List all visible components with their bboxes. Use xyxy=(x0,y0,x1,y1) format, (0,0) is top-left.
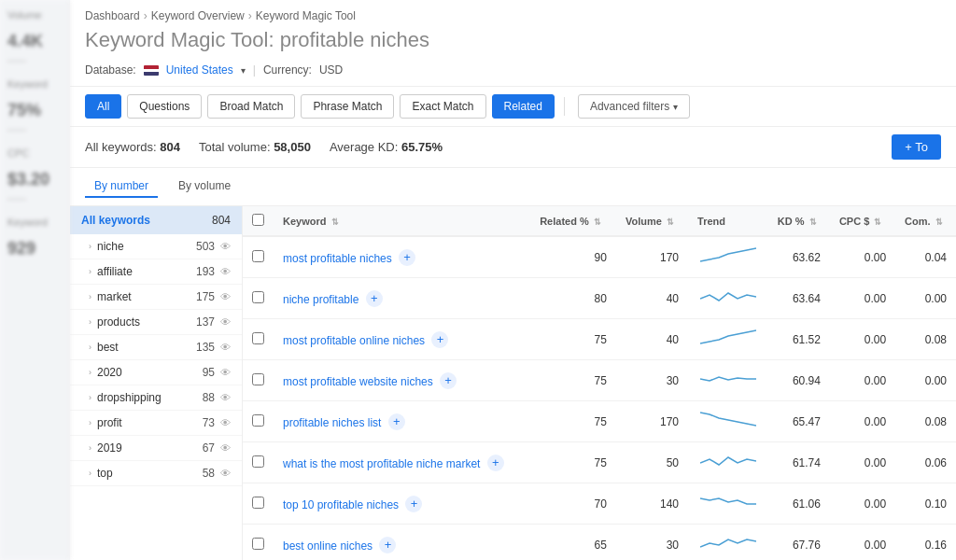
sidebar-results-label: Keyword xyxy=(7,217,62,228)
to-button[interactable]: + To xyxy=(892,134,941,160)
breadcrumb-dashboard[interactable]: Dashboard xyxy=(85,9,140,22)
filter-all[interactable]: All xyxy=(85,94,121,119)
th-kd[interactable]: KD % ⇅ xyxy=(768,206,830,236)
eye-icon[interactable]: 👁 xyxy=(220,417,231,428)
keyword-sidebar-item[interactable]: › 2020 95 👁 xyxy=(70,360,242,385)
keyword-cell: niche profitable + xyxy=(274,278,530,319)
row-checkbox[interactable] xyxy=(252,414,264,427)
all-keywords-row[interactable]: All keywords 804 xyxy=(70,206,242,234)
keyword-link[interactable]: best online niches xyxy=(283,539,373,552)
keyword-sidebar-item[interactable]: › top 58 👁 xyxy=(70,461,242,486)
keyword-sidebar-item[interactable]: › market 175 👁 xyxy=(70,285,242,310)
keyword-link[interactable]: niche profitable xyxy=(283,292,358,305)
eye-icon[interactable]: 👁 xyxy=(220,442,231,454)
th-volume[interactable]: Volume ⇅ xyxy=(616,206,688,236)
keyword-link[interactable]: most profitable website niches xyxy=(283,374,433,387)
add-keyword-button[interactable]: + xyxy=(405,496,422,512)
eye-icon[interactable]: 👁 xyxy=(220,316,231,328)
row-checkbox[interactable] xyxy=(252,332,264,344)
add-keyword-button[interactable]: + xyxy=(388,413,405,430)
trend-cell xyxy=(688,278,768,319)
item-keyword-name: market xyxy=(97,290,132,303)
left-sidebar: Volume 4.4K —— Keyword 75% —— CPC $3.20 … xyxy=(0,0,70,560)
add-keyword-button[interactable]: + xyxy=(487,455,504,471)
keyword-sidebar-item[interactable]: › dropshipping 88 👁 xyxy=(70,385,242,411)
row-checkbox[interactable] xyxy=(252,538,264,550)
keyword-sidebar-item[interactable]: › niche 503 👁 xyxy=(70,234,242,259)
eye-icon[interactable]: 👁 xyxy=(220,241,231,252)
com-cell: 0.06 xyxy=(895,442,956,483)
trend-cell xyxy=(688,401,768,442)
keyword-link[interactable]: most profitable niches xyxy=(283,251,392,264)
table-row: profitable niches list +7517065.470.000.… xyxy=(243,401,956,442)
database-label: Database: xyxy=(85,63,136,77)
th-com[interactable]: Com. ⇅ xyxy=(895,206,956,236)
th-related[interactable]: Related % ⇅ xyxy=(530,206,616,236)
cpc-cell: 0.00 xyxy=(830,319,895,360)
filter-related[interactable]: Related xyxy=(492,94,555,119)
cpc-cell: 0.00 xyxy=(830,401,895,442)
eye-icon[interactable]: 👁 xyxy=(220,266,231,277)
row-checkbox[interactable] xyxy=(252,455,264,468)
eye-icon[interactable]: 👁 xyxy=(220,342,231,353)
item-chevron-icon: › xyxy=(89,443,91,453)
row-checkbox[interactable] xyxy=(252,291,264,303)
volume-cell: 40 xyxy=(616,278,688,319)
sidebar-kd-value: 75% xyxy=(7,101,62,120)
all-keywords-label: All keywords xyxy=(81,214,150,227)
th-cpc[interactable]: CPC $ ⇅ xyxy=(830,206,895,236)
eye-icon[interactable]: 👁 xyxy=(220,468,231,479)
table-row: what is the most profitable niche market… xyxy=(243,442,956,483)
row-checkbox[interactable] xyxy=(252,250,264,262)
country-selector[interactable]: United States xyxy=(166,63,233,77)
add-keyword-button[interactable]: + xyxy=(379,537,396,553)
add-keyword-button[interactable]: + xyxy=(399,249,415,266)
keyword-sidebar-item[interactable]: › affiliate 193 👁 xyxy=(70,259,242,285)
add-keyword-button[interactable]: + xyxy=(431,331,448,348)
com-cell: 0.04 xyxy=(895,236,956,278)
cpc-cell: 0.00 xyxy=(830,442,895,483)
filter-broad-match[interactable]: Broad Match xyxy=(207,94,295,119)
eye-icon[interactable]: 👁 xyxy=(220,367,231,378)
tab-by-volume[interactable]: By volume xyxy=(169,175,240,198)
stats-row: All keywords: 804 Total volume: 58,050 A… xyxy=(70,127,956,168)
eye-icon[interactable]: 👁 xyxy=(220,291,231,302)
add-keyword-button[interactable]: + xyxy=(366,290,383,307)
country-chevron-icon: ▾ xyxy=(241,65,246,76)
filter-questions[interactable]: Questions xyxy=(127,94,202,119)
breadcrumb-keyword-overview[interactable]: Keyword Overview xyxy=(151,9,245,22)
table-row: niche profitable +804063.640.000.00 xyxy=(243,278,956,319)
keyword-sidebar-item[interactable]: › best 135 👁 xyxy=(70,335,242,360)
row-checkbox[interactable] xyxy=(252,373,264,385)
all-keywords-count: 804 xyxy=(212,214,231,227)
keyword-link[interactable]: top 10 profitable niches xyxy=(283,497,399,511)
item-chevron-icon: › xyxy=(89,267,91,276)
item-keyword-count: 58 xyxy=(203,467,215,480)
advanced-filters-button[interactable]: Advanced filters ▾ xyxy=(578,94,690,119)
item-chevron-icon: › xyxy=(89,393,91,402)
filter-phrase-match[interactable]: Phrase Match xyxy=(301,94,394,119)
volume-cell: 170 xyxy=(616,236,688,278)
related-sort-icon: ⇅ xyxy=(594,217,601,227)
keyword-link[interactable]: most profitable online niches xyxy=(283,333,425,346)
filter-bar: All Questions Broad Match Phrase Match E… xyxy=(70,86,956,127)
keywords-table: Keyword ⇅ Related % ⇅ Volume ⇅ Trend KD … xyxy=(243,206,956,560)
eye-icon[interactable]: 👁 xyxy=(220,392,231,403)
kd-cell: 67.76 xyxy=(768,525,830,561)
keyword-sidebar-item[interactable]: › 2019 67 👁 xyxy=(70,436,242,461)
tab-by-number[interactable]: By number xyxy=(85,175,158,198)
keyword-cell: what is the most profitable niche market… xyxy=(274,442,530,483)
item-chevron-icon: › xyxy=(89,317,91,327)
keyword-sidebar-item[interactable]: › products 137 👁 xyxy=(70,310,242,335)
com-cell: 0.08 xyxy=(895,319,956,360)
add-keyword-button[interactable]: + xyxy=(440,372,457,389)
filter-exact-match[interactable]: Exact Match xyxy=(400,94,485,119)
keyword-link[interactable]: profitable niches list xyxy=(283,415,381,428)
related-cell: 75 xyxy=(530,442,616,483)
th-keyword[interactable]: Keyword ⇅ xyxy=(274,206,530,236)
select-all-checkbox[interactable] xyxy=(252,214,264,226)
row-checkbox[interactable] xyxy=(252,497,264,509)
keyword-sidebar-item[interactable]: › profit 73 👁 xyxy=(70,411,242,436)
keyword-link[interactable]: what is the most profitable niche market xyxy=(283,456,480,469)
keyword-cell: most profitable website niches + xyxy=(274,360,530,401)
